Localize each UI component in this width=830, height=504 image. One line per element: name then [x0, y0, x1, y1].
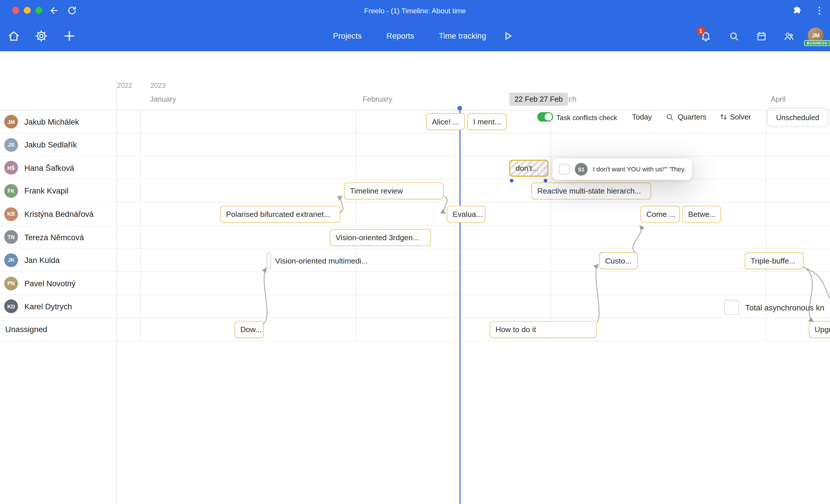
task-bar[interactable]: Custo...	[599, 252, 638, 269]
task-label: don't...	[516, 164, 538, 172]
sidebar-person: TN Tereza Němcová	[0, 226, 117, 248]
person-name: Pavel Novotný	[24, 279, 75, 288]
task-label: Vision-oriented multimedi...	[275, 257, 368, 265]
calendar-icon[interactable]	[756, 31, 767, 42]
window-title: Freelo - (1) Timeline: About time	[0, 7, 830, 15]
month-gridline	[550, 110, 551, 341]
month-label-april: April	[771, 95, 785, 103]
resize-handle-left[interactable]	[510, 179, 514, 182]
task-bar-selected[interactable]: don't...	[509, 160, 548, 177]
person-name: Jakub Michálek	[24, 117, 79, 126]
team-people-icon[interactable]	[783, 31, 795, 42]
sidebar-person: JM Jakub Michálek	[0, 110, 117, 133]
browser-chrome: Freelo - (1) Timeline: About time Projec…	[0, 0, 830, 51]
person-name: Jakub Sedlařík	[24, 140, 77, 149]
task-bar[interactable]: Betwe...	[682, 206, 721, 223]
task-label: Custo...	[605, 257, 632, 265]
timeline-toolbar: About time › Timeline Task conflicts che…	[0, 51, 830, 80]
sidebar-person: PN Pavel Novotný	[0, 272, 117, 295]
person-name: Hana Šafková	[24, 163, 74, 172]
task-bar[interactable]: I ment...	[468, 113, 507, 130]
tooltip-checkbox[interactable]	[559, 164, 570, 174]
person-avatar: PN	[4, 276, 18, 290]
task-milestone-handle[interactable]	[267, 252, 271, 269]
tooltip-text: I don't want YOU with us!"' 'They.	[593, 166, 685, 173]
person-name: Kristýna Bednářová	[24, 209, 93, 218]
person-name: Frank Kvapil	[24, 186, 68, 195]
task-label: Dow...	[241, 326, 262, 334]
task-label: Triple-buffe...	[751, 257, 795, 265]
person-name: Jan Kulda	[24, 256, 60, 264]
sidebar-person: JS Jakub Sedlařík	[0, 133, 117, 156]
timeline-row: KD Karel Dytrych	[0, 295, 830, 318]
task-label: Timeline review	[350, 187, 403, 195]
task-with-checkbox[interactable]: Total asynchronous kn	[724, 298, 830, 316]
task-bar[interactable]: How to do it	[490, 321, 597, 338]
person-avatar: HŠ	[4, 161, 18, 174]
timeline-row: JK Jan Kulda	[0, 248, 830, 272]
timeline-row: JM Jakub Michálek	[0, 110, 830, 133]
task-checkbox[interactable]	[724, 300, 739, 314]
app-window: Freelo - (1) Timeline: About time Projec…	[0, 0, 830, 504]
browser-menu-icon[interactable]	[814, 5, 825, 16]
task-bar[interactable]: Come ...	[640, 206, 679, 223]
task-bar[interactable]: Triple-buffe...	[745, 252, 803, 269]
play-timer-icon[interactable]	[502, 30, 513, 42]
timeline-row: PN Pavel Novotný	[0, 272, 830, 295]
extensions-puzzle-icon[interactable]	[793, 5, 803, 16]
sidebar-unassigned: Unassigned	[0, 318, 117, 341]
settings-gear-icon[interactable]	[35, 30, 47, 42]
home-icon[interactable]	[7, 30, 20, 42]
tooltip-avatar-badge: S1	[575, 163, 587, 176]
task-bar[interactable]: Reactive multi-state hierarch...	[532, 182, 651, 200]
nav-time-tracking[interactable]: Time tracking	[439, 31, 486, 40]
person-avatar: KD	[4, 300, 18, 313]
task-label: Come ...	[646, 210, 675, 218]
task-label: Alice! ...	[432, 117, 459, 126]
task-conflict-tooltip: S1 I don't want YOU with us!"' 'They.	[553, 159, 692, 180]
person-avatar: KB	[4, 207, 18, 221]
sidebar-person: FK Frank Kvapil	[0, 179, 117, 202]
task-label: Total asynchronous kn	[745, 303, 824, 312]
search-icon[interactable]	[728, 31, 739, 42]
timeline-row: HŠ Hana Šafková	[0, 157, 830, 179]
nav-projects[interactable]: Projects	[333, 31, 362, 40]
sidebar-border	[117, 80, 117, 504]
task-bar[interactable]: Dow...	[234, 321, 264, 338]
sidebar-person: KB Kristýna Bednářová	[0, 202, 117, 225]
year-label-2023: 2023	[151, 81, 166, 90]
task-label: Evalua...	[452, 210, 482, 218]
task-label: Reactive multi-state hierarch...	[537, 187, 641, 195]
task-bar[interactable]: Evalua...	[447, 206, 485, 223]
timeline-row: JS Jakub Sedlařík	[0, 133, 830, 157]
task-bar[interactable]: Timeline review	[344, 182, 444, 200]
today-line	[459, 108, 460, 504]
notification-count-badge: 1	[697, 27, 705, 35]
month-gridline	[140, 110, 141, 341]
selected-date-range: 22 Feb 27 Feb	[509, 93, 568, 106]
task-label-bare[interactable]: Vision-oriented multimedi...	[275, 252, 368, 269]
person-avatar: JM	[4, 115, 18, 129]
task-label: Vision-oriented 3rdgen...	[336, 233, 419, 242]
month-gridline	[356, 110, 356, 341]
month-label-january: January	[150, 95, 176, 103]
task-bar[interactable]: Upgr...	[809, 321, 830, 338]
nav-reports[interactable]: Reports	[386, 31, 414, 40]
person-avatar: FK	[4, 184, 18, 198]
person-name: Unassigned	[5, 325, 47, 334]
add-plus-icon[interactable]	[63, 29, 76, 43]
sidebar-person: HŠ Hana Šafková	[0, 157, 117, 179]
task-bar[interactable]: Vision-oriented 3rdgen...	[330, 229, 431, 246]
person-avatar: JK	[4, 253, 18, 267]
sidebar-person: JK Jan Kulda	[0, 248, 117, 271]
timeline-row: Unassigned	[0, 318, 830, 341]
month-label-february: February	[362, 95, 392, 103]
task-bar[interactable]: Alice! ...	[426, 113, 465, 130]
resize-handle-right[interactable]	[544, 179, 547, 182]
task-label: I ment...	[473, 117, 501, 126]
person-avatar: JS	[4, 138, 18, 152]
year-label-2022: 2022	[117, 81, 132, 90]
task-label: Betwe...	[688, 210, 716, 218]
task-bar[interactable]: Polarised bifurcated extranet...	[220, 206, 340, 223]
person-name: Tereza Němcová	[24, 232, 84, 241]
